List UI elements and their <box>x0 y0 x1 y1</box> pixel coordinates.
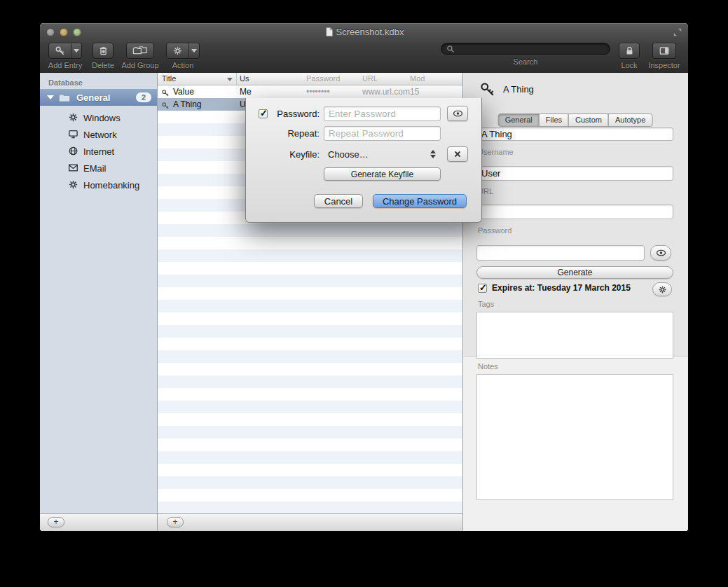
tags-input[interactable] <box>476 312 673 359</box>
action-button[interactable] <box>166 43 200 59</box>
list-empty-row[interactable] <box>158 338 462 350</box>
add-entry-plus-button[interactable]: + <box>167 517 184 527</box>
entry-list-header[interactable]: Title Us Password URL Mod <box>158 73 462 85</box>
lock-label: Lock <box>621 61 637 69</box>
titlebar[interactable]: Screenshot.kdbx <box>40 23 688 41</box>
keyfile-clear-button[interactable] <box>447 146 468 162</box>
url-field[interactable] <box>476 205 673 219</box>
add-entry-dropdown[interactable] <box>71 43 81 58</box>
list-empty-row[interactable] <box>158 464 462 476</box>
reveal-password-button[interactable] <box>650 245 671 261</box>
column-header-username[interactable]: Us <box>240 74 249 83</box>
password-field[interactable] <box>476 245 645 261</box>
list-empty-row[interactable] <box>158 275 462 287</box>
list-empty-row[interactable] <box>158 375 462 388</box>
list-empty-row[interactable] <box>158 312 462 325</box>
column-header-modified[interactable]: Mod <box>410 74 425 83</box>
inspector-button[interactable] <box>652 43 676 59</box>
sheet-password-input[interactable] <box>324 106 441 121</box>
keyfile-popup[interactable]: Choose… <box>328 147 369 163</box>
column-divider[interactable] <box>236 73 237 85</box>
search-icon <box>446 45 455 53</box>
add-entry-button[interactable] <box>48 43 82 59</box>
tab-files[interactable]: Files <box>539 113 569 127</box>
gear-icon <box>167 43 188 58</box>
action-dropdown[interactable] <box>188 43 199 58</box>
list-empty-row[interactable] <box>158 287 462 300</box>
change-password-button[interactable]: Change Password <box>373 194 467 208</box>
delete-label: Delete <box>92 61 114 69</box>
sheet-repeat-input[interactable] <box>324 126 441 141</box>
folders-icon <box>132 46 148 56</box>
add-entry-group: Add Entry <box>47 43 83 69</box>
inspector-panel-icon <box>659 46 670 56</box>
table-row[interactable]: Value Me •••••••• www.url.com 15 <box>158 85 462 98</box>
sidebar-item-email[interactable]: EMail <box>40 160 158 177</box>
list-empty-row[interactable] <box>158 413 462 426</box>
list-empty-row[interactable] <box>158 237 462 249</box>
bottom-bar: + + <box>40 513 462 531</box>
tab-general[interactable]: General <box>498 113 540 127</box>
monitor-icon <box>68 129 79 140</box>
column-header-url[interactable]: URL <box>362 74 378 83</box>
popup-stepper-icon[interactable] <box>430 150 436 158</box>
list-empty-row[interactable] <box>158 476 462 489</box>
search-group: Search <box>441 43 610 66</box>
add-group-label: Add Group <box>121 61 158 69</box>
sidebar-item-homebanking[interactable]: Homebanking <box>40 177 158 193</box>
add-group-button[interactable] <box>126 43 154 59</box>
list-empty-row[interactable] <box>158 363 462 375</box>
sidebar-item-network[interactable]: Network <box>40 126 158 143</box>
tab-autotype[interactable]: Autotype <box>608 113 652 127</box>
expires-checkbox[interactable] <box>478 284 487 293</box>
gear-icon <box>68 179 79 191</box>
inspector-tabs: General Files Custom Autotype <box>498 113 653 127</box>
list-empty-row[interactable] <box>158 489 462 502</box>
delete-button[interactable] <box>92 43 114 59</box>
entry-count-badge: 2 <box>136 92 151 102</box>
list-empty-row[interactable] <box>158 438 462 451</box>
column-header-password[interactable]: Password <box>306 74 340 83</box>
tab-custom[interactable]: Custom <box>568 113 609 127</box>
list-empty-row[interactable] <box>158 350 462 363</box>
inspector-panel: A Thing General Files Custom Autotype Us… <box>462 73 688 531</box>
search-input[interactable] <box>441 43 610 55</box>
generate-password-button[interactable]: Generate <box>476 266 673 279</box>
delete-group: Delete <box>90 43 116 69</box>
sidebar-group-general[interactable]: General 2 <box>40 89 158 106</box>
eye-icon <box>656 249 666 257</box>
sidebar-item-windows[interactable]: Windows <box>40 109 158 126</box>
lock-group: Lock <box>617 43 641 69</box>
list-empty-row[interactable] <box>158 451 462 464</box>
list-empty-row[interactable] <box>158 401 462 413</box>
list-empty-row[interactable] <box>158 325 462 338</box>
sheet-reveal-password-button[interactable] <box>447 106 468 121</box>
title-field[interactable] <box>476 127 673 141</box>
notes-input[interactable] <box>476 374 673 500</box>
sidebar-divider[interactable] <box>157 73 158 531</box>
generate-keyfile-button[interactable]: Generate Keyfile <box>324 167 441 181</box>
action-group: Action <box>166 43 200 69</box>
lock-button[interactable] <box>619 43 640 59</box>
fullscreen-icon[interactable] <box>673 27 682 37</box>
list-empty-row[interactable] <box>158 262 462 275</box>
sheet-password-label: Password: <box>266 106 320 122</box>
list-empty-row[interactable] <box>158 502 462 513</box>
list-empty-row[interactable] <box>158 224 462 237</box>
globe-icon <box>68 146 79 157</box>
cancel-button[interactable]: Cancel <box>314 194 363 208</box>
list-empty-row[interactable] <box>158 388 462 401</box>
username-field[interactable] <box>476 166 673 181</box>
expires-row: Expires at: Tuesday 17 March 2015 <box>478 283 631 293</box>
column-header-title[interactable]: Title <box>162 74 176 83</box>
change-password-sheet: Password: Repeat: Keyfile: Choose… Gener… <box>245 98 482 223</box>
expires-settings-button[interactable] <box>652 282 672 296</box>
list-empty-row[interactable] <box>158 426 462 438</box>
sidebar-item-internet[interactable]: Internet <box>40 143 158 160</box>
notes-label: Notes <box>478 362 498 371</box>
add-group-plus-button[interactable]: + <box>48 517 64 527</box>
disclosure-triangle-icon[interactable] <box>47 95 54 99</box>
list-empty-row[interactable] <box>158 249 462 262</box>
list-empty-row[interactable] <box>158 300 462 312</box>
gear-icon <box>658 285 667 294</box>
